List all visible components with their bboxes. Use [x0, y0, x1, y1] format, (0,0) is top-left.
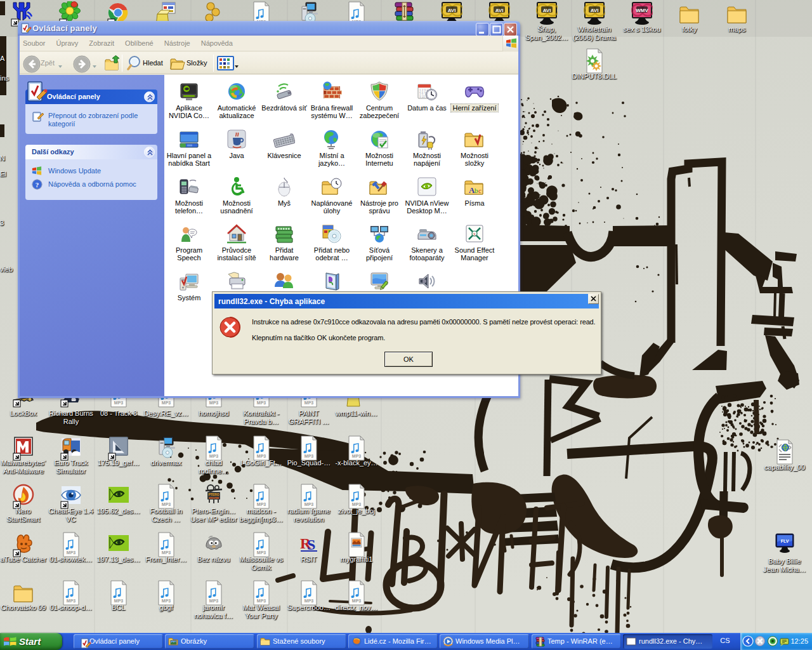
svg-text:MP3: MP3: [304, 599, 314, 603]
svg-text:MP3: MP3: [257, 550, 266, 555]
svg-text:AVI: AVI: [448, 8, 456, 13]
svg-text:MP3: MP3: [209, 401, 219, 405]
svg-text:MP3: MP3: [67, 599, 76, 603]
svg-text:WMV: WMV: [636, 8, 648, 13]
svg-text:?: ?: [36, 181, 39, 189]
svg-text:MP3: MP3: [209, 454, 219, 458]
svg-text:MP3: MP3: [114, 401, 124, 405]
svg-text:ENGINE: ENGINE: [209, 496, 219, 500]
svg-text:MP3: MP3: [304, 401, 314, 405]
svg-text:MP3: MP3: [257, 401, 266, 405]
svg-text:MP3: MP3: [257, 502, 266, 507]
svg-text:MP3: MP3: [352, 502, 362, 507]
svg-text:MP3: MP3: [352, 599, 362, 603]
svg-text:MP3: MP3: [304, 502, 314, 507]
svg-text:MP3: MP3: [162, 502, 171, 507]
svg-text:MP3: MP3: [162, 599, 171, 603]
svg-text:MP3: MP3: [304, 454, 314, 458]
svg-text:MP3: MP3: [114, 599, 124, 603]
svg-text:MP3: MP3: [67, 550, 76, 555]
svg-text:AVI: AVI: [591, 8, 599, 13]
svg-text:X: X: [473, 232, 476, 236]
svg-text:c: c: [478, 187, 481, 194]
svg-text:AVI: AVI: [543, 8, 551, 13]
svg-text:MP3: MP3: [209, 599, 219, 603]
svg-text:AVI: AVI: [495, 8, 504, 13]
svg-text:MP3: MP3: [257, 454, 266, 458]
svg-text:MP3: MP3: [162, 550, 171, 555]
svg-text:FLV: FLV: [781, 539, 789, 543]
svg-text:MP3: MP3: [162, 401, 171, 405]
svg-text:MP3: MP3: [352, 454, 362, 458]
svg-text:MP3: MP3: [257, 599, 266, 603]
